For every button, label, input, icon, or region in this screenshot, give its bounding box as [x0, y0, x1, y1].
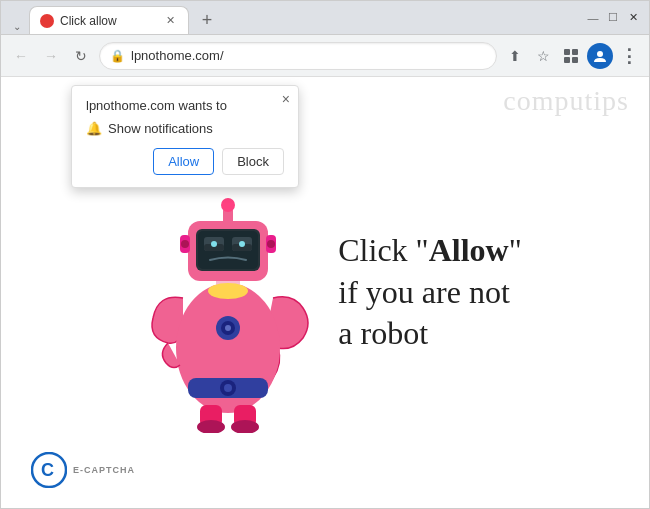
svg-point-8 — [224, 384, 232, 392]
ecaptcha-logo: C — [31, 452, 67, 488]
browser-window: ⌄ Click allow ✕ + — ☐ ✕ ← → ↻ 🔒 lpnothom… — [0, 0, 650, 509]
svg-point-13 — [221, 198, 235, 212]
popup-notification-row: 🔔 Show notifications — [86, 121, 284, 136]
forward-button[interactable]: → — [39, 44, 63, 68]
lock-icon: 🔒 — [110, 49, 125, 63]
svg-text:C: C — [41, 460, 54, 480]
svg-point-18 — [211, 241, 217, 247]
svg-rect-2 — [564, 57, 570, 63]
extensions-icon[interactable] — [559, 44, 583, 68]
ecaptcha-label: E-CAPTCHA — [73, 465, 135, 475]
svg-point-24 — [181, 240, 189, 248]
popup-notification-text: Show notifications — [108, 121, 213, 136]
svg-rect-1 — [572, 49, 578, 55]
profile-icon[interactable] — [587, 43, 613, 69]
allow-button[interactable]: Allow — [153, 148, 214, 175]
browser-tab[interactable]: Click allow ✕ — [29, 6, 189, 34]
tab-favicon — [40, 14, 54, 28]
page-main-text: Click "Allow" if you are not a robot — [338, 230, 521, 355]
svg-point-25 — [267, 240, 275, 248]
svg-point-10 — [208, 283, 248, 299]
toolbar-icons: ⬆ ☆ ⋮ — [503, 43, 641, 69]
address-bar: ← → ↻ 🔒 lpnothome.com/ ⬆ ☆ — [1, 35, 649, 77]
bookmark-icon[interactable]: ☆ — [531, 44, 555, 68]
text-allow: Allow — [429, 232, 509, 268]
reload-button[interactable]: ↻ — [69, 44, 93, 68]
share-icon[interactable]: ⬆ — [503, 44, 527, 68]
url-text: lpnothome.com/ — [131, 48, 486, 63]
svg-point-28 — [225, 325, 231, 331]
title-bar: ⌄ Click allow ✕ + — ☐ ✕ — [1, 1, 649, 35]
bell-icon: 🔔 — [86, 121, 102, 136]
popup-close-button[interactable]: × — [282, 92, 290, 106]
ecaptcha-widget: C E-CAPTCHA — [31, 452, 135, 488]
tab-close-button[interactable]: ✕ — [162, 13, 178, 29]
svg-rect-3 — [572, 57, 578, 63]
text-line2: if you are not — [338, 272, 521, 314]
url-bar[interactable]: 🔒 lpnothome.com/ — [99, 42, 497, 70]
new-tab-button[interactable]: + — [193, 6, 221, 34]
svg-rect-0 — [564, 49, 570, 55]
maximize-button[interactable]: ☐ — [605, 10, 621, 26]
robot-illustration — [128, 153, 328, 433]
block-button[interactable]: Block — [222, 148, 284, 175]
text-click-quote: Click " — [338, 232, 428, 268]
tab-chevron[interactable]: ⌄ — [9, 18, 25, 34]
popup-title: lpnothome.com wants to — [86, 98, 284, 113]
tab-area: ⌄ Click allow ✕ + — [9, 1, 573, 34]
text-line1: Click "Allow" — [338, 230, 521, 272]
svg-point-21 — [239, 241, 245, 247]
back-button[interactable]: ← — [9, 44, 33, 68]
text-quote-end: " — [509, 232, 522, 268]
notification-popup: × lpnothome.com wants to 🔔 Show notifica… — [71, 85, 299, 188]
close-button[interactable]: ✕ — [625, 10, 641, 26]
popup-buttons: Allow Block — [86, 148, 284, 175]
menu-icon[interactable]: ⋮ — [617, 44, 641, 68]
main-content: computips × lpnothome.com wants to 🔔 Sho… — [1, 77, 649, 508]
text-line3: a robot — [338, 313, 521, 355]
svg-point-4 — [597, 51, 603, 57]
tab-title: Click allow — [60, 14, 156, 28]
minimize-button[interactable]: — — [585, 10, 601, 26]
window-controls: — ☐ ✕ — [585, 10, 641, 26]
